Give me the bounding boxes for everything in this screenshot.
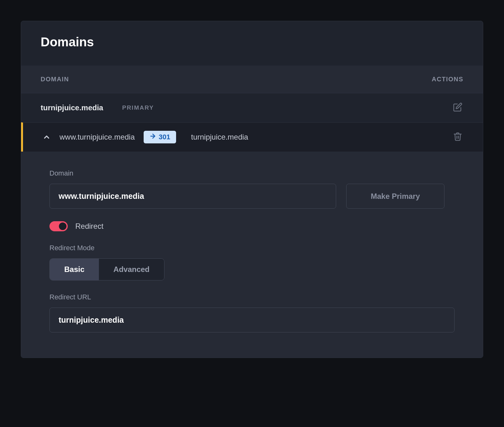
delete-button[interactable]: [452, 131, 463, 143]
panel-title: Domains: [41, 35, 463, 49]
domain-edit-form: Domain Make Primary Redirect Redirect Mo…: [21, 152, 483, 358]
redirect-toggle[interactable]: [49, 221, 68, 231]
redirect-toggle-label: Redirect: [75, 222, 103, 231]
redirect-toggle-row: Redirect: [49, 221, 455, 231]
redirect-mode-group: Redirect Mode Basic Advanced: [49, 244, 455, 280]
domain-input-row: Make Primary: [49, 184, 455, 209]
domains-panel: Domains DOMAIN ACTIONS turnipjuice.media…: [21, 21, 483, 358]
redirect-code: 301: [159, 133, 170, 141]
redirect-url-label: Redirect URL: [49, 293, 455, 301]
domain-row-redirect-left: www.turnipjuice.media 301 turnipjuice.me…: [43, 131, 248, 143]
domain-row-primary-left: turnipjuice.media PRIMARY: [41, 103, 154, 112]
primary-badge: PRIMARY: [122, 104, 154, 111]
redirect-status-badge: 301: [144, 131, 176, 143]
column-domain-label: DOMAIN: [41, 76, 69, 83]
redirect-target-domain: turnipjuice.media: [191, 133, 248, 141]
column-actions-label: ACTIONS: [432, 76, 464, 83]
edit-button[interactable]: [452, 102, 463, 113]
make-primary-button[interactable]: Make Primary: [346, 184, 444, 209]
edit-icon: [453, 102, 462, 113]
domain-field-group: Domain Make Primary: [49, 169, 455, 209]
mode-basic-button[interactable]: Basic: [50, 259, 99, 280]
domain-row-redirect[interactable]: www.turnipjuice.media 301 turnipjuice.me…: [21, 122, 483, 152]
redirect-mode-segmented: Basic Advanced: [49, 258, 164, 280]
table-header-row: DOMAIN ACTIONS: [21, 66, 483, 93]
redirect-source-domain: www.turnipjuice.media: [60, 133, 135, 141]
redirect-url-group: Redirect URL: [49, 293, 455, 332]
redirect-mode-label: Redirect Mode: [49, 244, 455, 252]
panel-header: Domains: [21, 21, 483, 66]
toggle-knob: [59, 222, 66, 230]
domain-input[interactable]: [49, 184, 336, 209]
chevron-up-icon[interactable]: [43, 133, 51, 141]
domain-row-primary: turnipjuice.media PRIMARY: [21, 93, 483, 122]
trash-icon: [453, 132, 462, 142]
redirect-url-input[interactable]: [49, 308, 455, 332]
arrow-right-icon: [149, 133, 156, 141]
primary-domain-name: turnipjuice.media: [41, 103, 103, 112]
mode-advanced-button[interactable]: Advanced: [99, 259, 164, 280]
domain-field-label: Domain: [49, 169, 455, 177]
